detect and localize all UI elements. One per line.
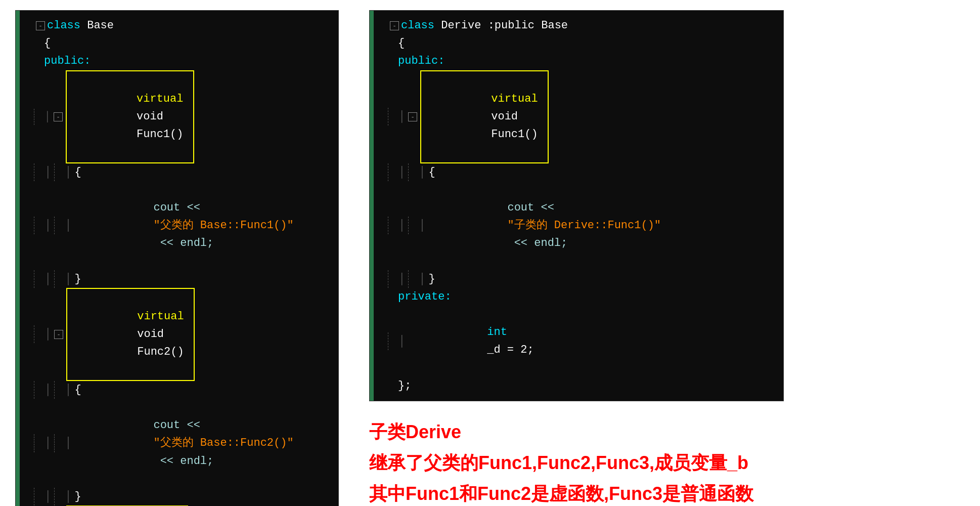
collapse-derive-class[interactable]: - (390, 21, 399, 30)
class-name: Base (87, 17, 114, 34)
collapse-func2[interactable]: - (54, 330, 63, 339)
func2-close-brace: │ │ } (26, 488, 338, 505)
collapse-derive-func1[interactable]: - (408, 112, 417, 121)
description-text: 子类Derive 继承了父类的Func1,Func2,Func3,成员变量_b … (369, 416, 965, 506)
func1-decl: │ - virtual void Func1() (26, 70, 338, 163)
open-brace: { (26, 34, 338, 52)
derive-func1-open-brace: │ │ { (380, 163, 783, 181)
derive-class-decl: - class Derive :public Base (380, 17, 783, 34)
desc-line-1: 子类Derive (369, 416, 965, 447)
func2-decl: │ - virtual void Func2() (26, 288, 338, 381)
func1-open-brace: │ │ { (26, 163, 338, 181)
derive-private-label: private: (380, 288, 783, 306)
derive-class-close: }; (380, 377, 783, 395)
desc-line-3: 其中Func1和Func2是虚函数,Func3是普通函数 (369, 478, 965, 506)
right-panel: - class Derive :public Base { public: │ … (369, 10, 965, 506)
derive-func1-close-brace: │ │ } (380, 270, 783, 288)
derive-open-brace: { (380, 34, 783, 52)
keyword-class: class (47, 17, 87, 34)
func1-highlight: virtual void Func1() (66, 70, 194, 163)
derive-public-label: public: (380, 52, 783, 70)
left-panel: - class Base { public: │ - virtual void … (15, 10, 339, 506)
public-label: public: (26, 52, 338, 70)
func2-open-brace: │ │ { (26, 381, 338, 399)
desc-line-2: 继承了父类的Func1,Func2,Func3,成员变量_b (369, 447, 965, 478)
derive-func1-decl: │ - virtual void Func1() (380, 70, 783, 163)
func1-close-brace: │ │ } (26, 270, 338, 288)
derive-member-d: │ int _d = 2; (380, 306, 783, 377)
base-class-code: - class Base { public: │ - virtual void … (15, 10, 339, 506)
derive-class-code: - class Derive :public Base { public: │ … (369, 10, 784, 401)
collapse-class[interactable]: - (36, 21, 45, 30)
func2-body: │ │ cout << "父类的 Base::Func2()" << endl; (26, 399, 338, 488)
func2-highlight: virtual void Func2() (66, 288, 195, 381)
class-decl-line: - class Base (26, 17, 338, 34)
derive-func1-body: │ │ cout << "子类的 Derive::Func1()" << end… (380, 181, 783, 270)
collapse-func1[interactable]: - (54, 112, 63, 121)
func1-body: │ │ cout << "父类的 Base::Func1()" << endl; (26, 181, 338, 270)
derive-func1-highlight: virtual void Func1() (420, 70, 549, 163)
